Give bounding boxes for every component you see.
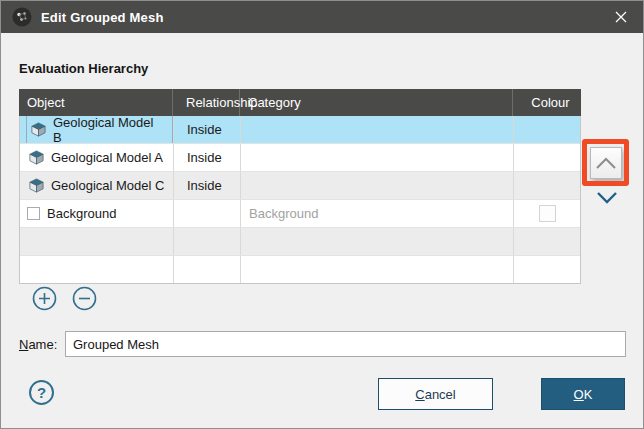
relationship-cell[interactable]: Inside bbox=[174, 144, 241, 171]
relationship-cell[interactable] bbox=[174, 228, 241, 255]
relationship-cell[interactable]: Inside bbox=[174, 172, 241, 199]
leapfrog-app-icon bbox=[12, 7, 32, 27]
geological-model-cube-icon bbox=[28, 177, 45, 194]
column-header-colour: Colour bbox=[513, 89, 579, 116]
column-header-relationship: Relationship bbox=[173, 89, 240, 116]
edit-grouped-mesh-dialog: Edit Grouped Mesh Evaluation Hierarchy O… bbox=[0, 0, 644, 429]
colour-cell[interactable] bbox=[514, 200, 580, 227]
selected-cell-focus: Geological Model B bbox=[26, 116, 173, 143]
name-label: Name: bbox=[19, 337, 57, 352]
relationship-cell[interactable] bbox=[174, 200, 241, 227]
relationship-cell[interactable]: Inside bbox=[174, 116, 241, 143]
column-header-category: Category bbox=[240, 89, 513, 116]
category-cell[interactable]: Background bbox=[241, 200, 514, 227]
relationship-cell[interactable] bbox=[174, 256, 241, 283]
colour-cell[interactable] bbox=[514, 144, 580, 171]
relationship-value: Inside bbox=[187, 150, 222, 165]
geological-model-cube-icon bbox=[28, 149, 45, 166]
question-mark-icon: ? bbox=[37, 384, 46, 401]
object-cell[interactable]: Background bbox=[20, 200, 174, 227]
category-cell[interactable] bbox=[241, 256, 514, 283]
category-cell[interactable] bbox=[241, 144, 514, 171]
colour-cell[interactable] bbox=[514, 228, 580, 255]
name-input[interactable] bbox=[65, 331, 626, 357]
table-row-empty[interactable] bbox=[20, 228, 580, 256]
object-label: Geological Model B bbox=[53, 116, 164, 143]
table-row-geological-model-a[interactable]: Geological Model A Inside bbox=[20, 144, 580, 172]
cancel-button[interactable]: Cancel bbox=[378, 378, 493, 410]
object-cell[interactable]: Geological Model A bbox=[20, 144, 174, 171]
remove-row-button[interactable] bbox=[72, 286, 97, 311]
colour-cell[interactable] bbox=[514, 116, 580, 143]
minus-circle-icon bbox=[72, 286, 97, 311]
evaluation-hierarchy-table: Object Relationship Category Colour Geol… bbox=[19, 89, 581, 284]
table-row-geological-model-c[interactable]: Geological Model C Inside bbox=[20, 172, 580, 200]
plus-circle-icon bbox=[32, 286, 57, 311]
chevron-down-icon bbox=[595, 190, 619, 206]
object-cell[interactable]: Geological Model C bbox=[20, 172, 174, 199]
move-down-button[interactable] bbox=[593, 188, 621, 208]
colour-swatch[interactable] bbox=[539, 205, 556, 222]
object-cell[interactable]: Geological Model B bbox=[20, 116, 174, 143]
column-header-object: Object bbox=[19, 89, 173, 116]
object-label: Geological Model A bbox=[51, 150, 163, 165]
ok-button[interactable]: OK bbox=[541, 378, 625, 410]
title-bar: Edit Grouped Mesh bbox=[1, 1, 643, 33]
relationship-value: Inside bbox=[187, 178, 222, 193]
geological-model-cube-icon bbox=[30, 121, 47, 138]
table-row-empty[interactable] bbox=[20, 256, 580, 283]
category-placeholder: Background bbox=[249, 206, 318, 221]
category-cell[interactable] bbox=[241, 228, 514, 255]
chevron-up-icon bbox=[594, 155, 618, 171]
table-row-geological-model-b[interactable]: Geological Model B Inside bbox=[20, 116, 580, 144]
object-cell[interactable] bbox=[20, 256, 174, 283]
table-header: Object Relationship Category Colour bbox=[19, 89, 581, 116]
evaluation-hierarchy-label: Evaluation Hierarchy bbox=[19, 61, 148, 76]
object-label: Background bbox=[47, 206, 116, 221]
table-row-background[interactable]: Background Background bbox=[20, 200, 580, 228]
colour-cell[interactable] bbox=[514, 172, 580, 199]
background-checkbox[interactable] bbox=[27, 207, 40, 220]
colour-cell[interactable] bbox=[514, 256, 580, 283]
help-button[interactable]: ? bbox=[29, 380, 54, 405]
relationship-value: Inside bbox=[187, 122, 222, 137]
object-label: Geological Model C bbox=[51, 178, 164, 193]
close-icon[interactable] bbox=[609, 5, 633, 29]
add-row-button[interactable] bbox=[32, 286, 57, 311]
move-up-button[interactable] bbox=[590, 147, 622, 179]
table-body: Geological Model B Inside Geolog bbox=[19, 116, 581, 284]
category-cell[interactable] bbox=[241, 172, 514, 199]
category-cell[interactable] bbox=[241, 116, 514, 143]
dialog-title: Edit Grouped Mesh bbox=[41, 10, 164, 25]
object-cell[interactable] bbox=[20, 228, 174, 255]
